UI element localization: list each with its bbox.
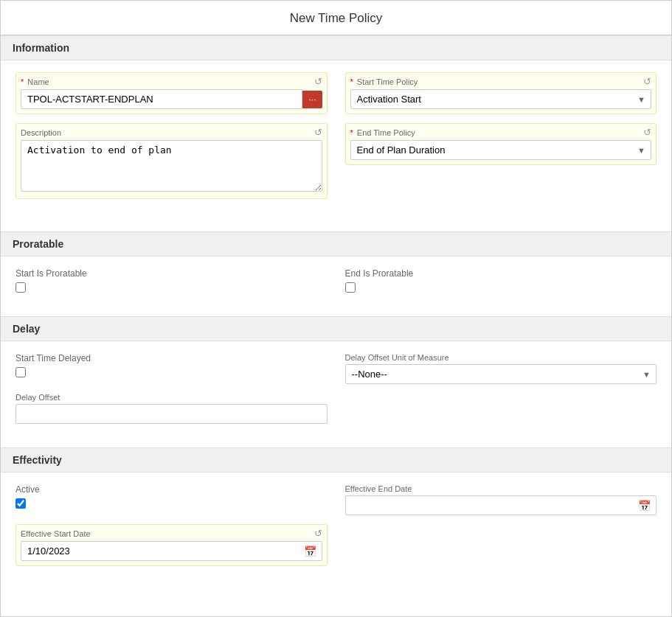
- effectivity-right-col: Effective End Date 📅: [345, 484, 657, 524]
- name-label-text: * Name: [21, 77, 49, 86]
- active-wrapper: Active: [15, 484, 328, 509]
- start-time-delayed-checkbox-row: [15, 366, 328, 377]
- start-time-policy-label-text: * Start Time Policy: [350, 77, 418, 86]
- end-time-reset-icon[interactable]: ↺: [643, 127, 651, 138]
- end-time-policy-label: * End Time Policy ↺: [350, 127, 652, 138]
- end-time-policy-label-text: * End Time Policy: [350, 128, 415, 137]
- section-proratable: Proratable Start Is Proratable End Is Pr…: [1, 231, 671, 316]
- delay-offset-wrapper: Delay Offset: [15, 393, 328, 424]
- effective-start-date-reset-icon[interactable]: ↺: [314, 528, 322, 539]
- end-is-proratable-wrapper: End Is Proratable: [345, 268, 657, 293]
- end-time-policy-wrapper: * End Time Policy ↺ End of Plan Duration…: [345, 123, 657, 165]
- delay-top-row: Start Time Delayed Delay Offset Unit of …: [15, 353, 657, 393]
- active-checkbox[interactable]: [15, 498, 26, 509]
- description-textarea[interactable]: [21, 140, 322, 192]
- section-header-effectivity: Effectivity: [1, 447, 671, 473]
- start-time-delayed-label: Start Time Delayed: [15, 353, 328, 363]
- name-input-wrapper: ···: [21, 89, 322, 109]
- active-checkbox-row: [15, 498, 328, 509]
- delay-empty-col: [345, 393, 657, 433]
- name-required-marker: *: [21, 77, 24, 86]
- start-time-policy-label: * Start Time Policy ↺: [350, 76, 652, 87]
- effective-start-date-label: Effective Start Date ↺: [21, 528, 322, 539]
- end-is-proratable-checkbox-row: [345, 282, 657, 293]
- effectivity-top-row: Active Effective End Date 📅: [15, 484, 657, 524]
- effective-end-date-wrapper: Effective End Date 📅: [345, 484, 657, 515]
- effective-start-date-input-wrapper: 📅: [21, 541, 322, 561]
- start-time-delayed-wrapper: Start Time Delayed: [15, 353, 328, 377]
- description-label: Description ↺: [21, 127, 322, 138]
- effectivity-start-date-col: Effective Start Date ↺ 📅: [15, 524, 328, 575]
- section-body-delay: Start Time Delayed Delay Offset Unit of …: [1, 341, 671, 447]
- description-field-wrapper: Description ↺: [15, 123, 328, 199]
- section-header-delay: Delay: [1, 316, 671, 341]
- information-left-col: * Name ↺ ···: [15, 72, 328, 208]
- section-body-information: * Name ↺ ···: [1, 60, 671, 231]
- effectivity-bottom-row: Effective Start Date ↺ 📅: [15, 524, 657, 575]
- proratable-row: Start Is Proratable End Is Proratable: [15, 268, 657, 301]
- start-is-proratable-label: Start Is Proratable: [15, 268, 328, 279]
- start-time-policy-select[interactable]: Activation Start Fixed Date Recurring: [350, 89, 652, 109]
- effective-end-date-label: Effective End Date: [345, 484, 657, 493]
- name-label: * Name ↺: [21, 76, 322, 87]
- section-body-effectivity: Active Effective End Date 📅: [1, 473, 671, 590]
- effective-end-date-input-wrapper: 📅: [345, 495, 657, 515]
- page-container: New Time Policy Information * Name ↺: [0, 0, 672, 617]
- information-right-col: * Start Time Policy ↺ Activation Start F…: [345, 72, 657, 208]
- delay-offset-label: Delay Offset: [15, 393, 328, 402]
- effectivity-left-col: Active: [15, 484, 328, 524]
- proratable-right-col: End Is Proratable: [345, 268, 657, 301]
- name-field-wrapper: * Name ↺ ···: [15, 72, 328, 114]
- start-time-policy-wrapper: * Start Time Policy ↺ Activation Start F…: [345, 72, 657, 114]
- start-is-proratable-wrapper: Start Is Proratable: [15, 268, 328, 293]
- start-time-select-wrapper: Activation Start Fixed Date Recurring ▼: [350, 89, 652, 109]
- start-time-required-marker: *: [350, 77, 353, 86]
- delay-offset-unit-select-wrapper: --None-- Days Months Years ▼: [345, 364, 657, 384]
- delay-left-col: Start Time Delayed: [15, 353, 328, 393]
- delay-offset-unit-select[interactable]: --None-- Days Months Years: [345, 364, 657, 384]
- delay-offset-input[interactable]: [15, 404, 328, 424]
- effectivity-bottom-right-col: [345, 524, 657, 575]
- section-body-proratable: Start Is Proratable End Is Proratable: [1, 257, 671, 316]
- section-delay: Delay Start Time Delayed Delay Offset Un…: [1, 316, 671, 447]
- page-title: New Time Policy: [1, 1, 671, 35]
- section-header-proratable: Proratable: [1, 231, 671, 257]
- delay-offset-unit-wrapper: Delay Offset Unit of Measure --None-- Da…: [345, 353, 657, 384]
- start-is-proratable-checkbox-row: [15, 282, 328, 293]
- start-time-reset-icon[interactable]: ↺: [643, 76, 651, 87]
- delay-offset-unit-label: Delay Offset Unit of Measure: [345, 353, 657, 362]
- delay-offset-col: Delay Offset: [15, 393, 328, 433]
- end-time-select-wrapper: End of Plan Duration Fixed Date Recurrin…: [350, 140, 652, 160]
- end-time-policy-select[interactable]: End of Plan Duration Fixed Date Recurrin…: [350, 140, 652, 160]
- start-is-proratable-checkbox[interactable]: [15, 282, 26, 293]
- section-effectivity: Effectivity Active Effective End Date: [1, 447, 671, 590]
- proratable-left-col: Start Is Proratable: [15, 268, 328, 301]
- name-input[interactable]: [21, 89, 302, 109]
- name-reset-icon[interactable]: ↺: [314, 76, 322, 87]
- delay-right-col: Delay Offset Unit of Measure --None-- Da…: [345, 353, 657, 393]
- effective-end-date-input[interactable]: [345, 495, 657, 515]
- information-form-row: * Name ↺ ···: [15, 72, 657, 208]
- section-information: Information * Name ↺: [1, 35, 671, 231]
- effective-start-date-wrapper: Effective Start Date ↺ 📅: [15, 524, 328, 566]
- effective-start-date-input[interactable]: [21, 541, 322, 561]
- name-extra-button[interactable]: ···: [302, 91, 322, 108]
- name-extra-button-icon: ···: [308, 94, 316, 105]
- active-label: Active: [15, 484, 328, 495]
- description-reset-icon[interactable]: ↺: [314, 127, 322, 138]
- section-header-information: Information: [1, 35, 671, 60]
- delay-bottom-row: Delay Offset: [15, 393, 657, 433]
- start-time-delayed-checkbox[interactable]: [15, 367, 26, 377]
- end-is-proratable-label: End Is Proratable: [345, 268, 657, 279]
- end-is-proratable-checkbox[interactable]: [345, 282, 356, 293]
- end-time-required-marker: *: [350, 128, 353, 137]
